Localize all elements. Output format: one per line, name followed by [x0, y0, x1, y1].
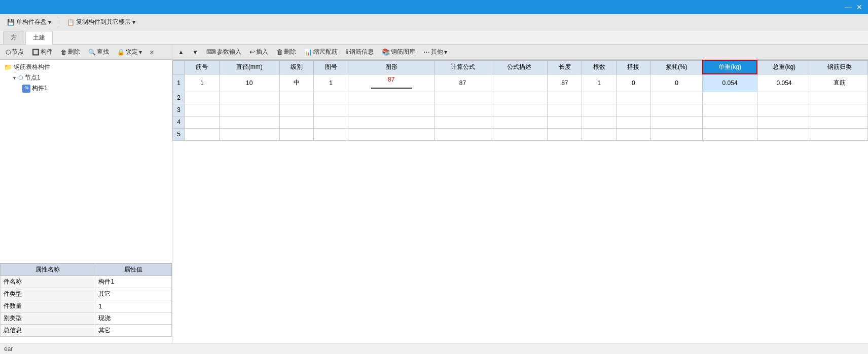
cell-gangjin-2[interactable]: [811, 104, 868, 116]
find-button[interactable]: 🔍 查找: [85, 46, 113, 58]
table-row[interactable]: 5: [173, 128, 868, 140]
cell-jiejie-1[interactable]: [616, 92, 650, 104]
cell-tuxing-4[interactable]: [348, 128, 435, 140]
params-button[interactable]: ⌨ 参数输入: [203, 46, 245, 58]
table-row[interactable]: 2: [173, 92, 868, 104]
tree-child-1[interactable]: 件 构件1: [2, 83, 170, 94]
cell-gongshiDesc-0[interactable]: [491, 74, 548, 92]
cell-jinhao-3[interactable]: [185, 116, 220, 128]
tree-root[interactable]: 📁 钢筋表格构件: [2, 62, 170, 72]
cell-genshu-4[interactable]: [582, 128, 617, 140]
table-row[interactable]: 1110中18787871000.0540.054直筋: [173, 74, 868, 92]
cell-zhijing-4[interactable]: [219, 128, 279, 140]
cell-jiejie-3[interactable]: [616, 116, 650, 128]
cell-length-0[interactable]: 87: [548, 74, 582, 92]
tab-tujian[interactable]: 土建: [25, 31, 53, 45]
delete-left-button[interactable]: 🗑 删除: [57, 46, 84, 58]
cell-jibei-3[interactable]: [279, 116, 314, 128]
cell-sunhao-4[interactable]: [650, 128, 703, 140]
cell-jibei-1[interactable]: [279, 92, 314, 104]
save-button[interactable]: 💾 单构件存盘 ▾: [3, 16, 55, 28]
cell-genshu-1[interactable]: [582, 92, 617, 104]
cell-jibei-4[interactable]: [279, 128, 314, 140]
delete-right-button[interactable]: 🗑 删除: [273, 46, 300, 58]
cell-length-2[interactable]: [548, 104, 582, 116]
cell-zonzhong-0[interactable]: 0.054: [757, 74, 811, 92]
close-button[interactable]: ✕: [855, 3, 864, 12]
copy-button[interactable]: 📋 复制构件到其它楼层 ▾: [63, 16, 139, 28]
cell-gongshi-3[interactable]: [435, 116, 491, 128]
down-button[interactable]: ▼: [189, 47, 202, 57]
cell-jinhao-4[interactable]: [185, 128, 220, 140]
table-row[interactable]: 4: [173, 116, 868, 128]
cell-gongshi-2[interactable]: [435, 104, 491, 116]
cell-gangjin-4[interactable]: [811, 128, 868, 140]
cell-tuhao-3[interactable]: [314, 116, 348, 128]
insert-button[interactable]: ↩ 插入: [246, 46, 272, 58]
cell-jiejie-0[interactable]: 0: [616, 74, 650, 92]
cell-gongshi-0[interactable]: 87: [435, 74, 491, 92]
cell-tuhao-1[interactable]: [314, 92, 348, 104]
cell-gongshiDesc-2[interactable]: [491, 104, 548, 116]
component-button[interactable]: 🔲 构件: [28, 46, 56, 58]
col-header-danzhong[interactable]: 单重(kg): [703, 60, 757, 74]
cell-zhijing-0[interactable]: 10: [219, 74, 279, 92]
cell-zonzhong-2[interactable]: [757, 104, 811, 116]
table-row[interactable]: 3: [173, 104, 868, 116]
node-button[interactable]: ⬡ 节点: [2, 46, 27, 58]
cell-gongshiDesc-4[interactable]: [491, 128, 548, 140]
cell-zonzhong-1[interactable]: [757, 92, 811, 104]
cell-danzhong-4[interactable]: [703, 128, 757, 140]
cell-danzhong-1[interactable]: [703, 92, 757, 104]
cell-jiejie-4[interactable]: [616, 128, 650, 140]
cell-danzhong-2[interactable]: [703, 104, 757, 116]
scale-button[interactable]: 📊 缩尺配筋: [301, 46, 341, 58]
cell-gongshiDesc-3[interactable]: [491, 116, 548, 128]
cell-zonzhong-3[interactable]: [757, 116, 811, 128]
cell-jinhao-1[interactable]: [185, 92, 220, 104]
cell-gangjin-0[interactable]: 直筋: [811, 74, 868, 92]
cell-sunhao-2[interactable]: [650, 104, 703, 116]
cell-tuxing-0[interactable]: 87: [348, 74, 435, 92]
cell-sunhao-0[interactable]: 0: [650, 74, 703, 92]
cell-tuhao-2[interactable]: [314, 104, 348, 116]
cell-sunhao-1[interactable]: [650, 92, 703, 104]
cell-gangjin-1[interactable]: [811, 92, 868, 104]
cell-length-1[interactable]: [548, 92, 582, 104]
cell-gangjin-3[interactable]: [811, 116, 868, 128]
tab-fang[interactable]: 方: [3, 31, 24, 44]
cell-genshu-2[interactable]: [582, 104, 617, 116]
lock-button[interactable]: 🔒 锁定 ▾: [114, 46, 146, 58]
cell-jiejie-2[interactable]: [616, 104, 650, 116]
cell-gongshi-1[interactable]: [435, 92, 491, 104]
cell-danzhong-0[interactable]: 0.054: [703, 74, 757, 92]
cell-tuxing-3[interactable]: [348, 116, 435, 128]
cell-sunhao-3[interactable]: [650, 116, 703, 128]
cell-danzhong-3[interactable]: [703, 116, 757, 128]
cell-gongshiDesc-1[interactable]: [491, 92, 548, 104]
cell-gongshi-4[interactable]: [435, 128, 491, 140]
cell-zhijing-1[interactable]: [219, 92, 279, 104]
cell-tuxing-2[interactable]: [348, 104, 435, 116]
cell-jinhao-0[interactable]: 1: [185, 74, 220, 92]
cell-jibei-0[interactable]: 中: [279, 74, 314, 92]
cell-jinhao-2[interactable]: [185, 104, 220, 116]
cell-tuhao-0[interactable]: 1: [314, 74, 348, 92]
cell-tuxing-1[interactable]: [348, 92, 435, 104]
cell-zonzhong-4[interactable]: [757, 128, 811, 140]
info-button[interactable]: ℹ 钢筋信息: [342, 46, 377, 58]
up-button[interactable]: ▲: [174, 47, 188, 57]
cell-zhijing-2[interactable]: [219, 104, 279, 116]
cell-length-3[interactable]: [548, 116, 582, 128]
cell-zhijing-3[interactable]: [219, 116, 279, 128]
cell-genshu-3[interactable]: [582, 116, 617, 128]
other-button[interactable]: ⋯ 其他 ▾: [420, 46, 451, 58]
cell-jibei-2[interactable]: [279, 104, 314, 116]
tree-node-1[interactable]: ▼ ⬡ 节点1: [2, 72, 170, 83]
cell-length-4[interactable]: [548, 128, 582, 140]
cell-tuhao-4[interactable]: [314, 128, 348, 140]
minimize-button[interactable]: —: [844, 3, 853, 12]
cell-genshu-0[interactable]: 1: [582, 74, 617, 92]
library-button[interactable]: 📚 钢筋图库: [378, 46, 419, 58]
more-button[interactable]: »: [147, 47, 157, 57]
